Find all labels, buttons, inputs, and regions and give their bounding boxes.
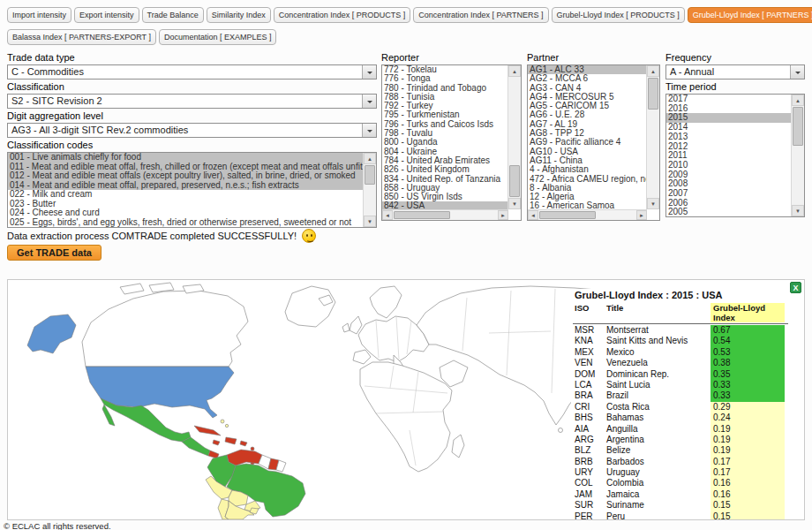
scroll-up-icon[interactable]: ▲: [364, 153, 376, 164]
map-country-usa[interactable]: [86, 367, 234, 418]
cell-country: Montserrat: [606, 325, 710, 336]
cell-country: Jamaica: [606, 489, 710, 500]
list-item[interactable]: 022 - Milk and cream: [8, 190, 363, 200]
scrollbar-thumb[interactable]: [793, 107, 803, 146]
scroll-up-icon[interactable]: ▲: [647, 65, 659, 77]
tab-documentation-examples[interactable]: Documentation [ EXAMPLES ]: [159, 29, 277, 45]
trade-data-type-select[interactable]: C - Commodities: [7, 64, 377, 80]
tab-concentration-index-partners[interactable]: Concentration Index [ PARTNERS ]: [413, 7, 548, 23]
partner-listbox[interactable]: AG1 - ALC 33AG2 - MCCA 6AG3 - CAN 4AG4 -…: [527, 64, 660, 221]
cell-iso: CRI: [573, 402, 606, 413]
time-period-label: Time period: [665, 82, 805, 92]
scroll-up-icon[interactable]: ▲: [508, 65, 521, 77]
list-item[interactable]: 2005: [666, 208, 791, 216]
map-arctic-islands: [120, 284, 144, 294]
classification-codes-listbox[interactable]: 001 - Live animals chiefly for food011 -…: [7, 152, 377, 228]
map-country-bahamas[interactable]: [225, 424, 228, 427]
list-item[interactable]: 16 - American Samoa: [528, 201, 646, 209]
cell-country: Dominican Rep.: [606, 369, 710, 380]
scroll-left-icon[interactable]: ◄: [528, 210, 538, 220]
cell-iso: JAM: [573, 489, 606, 500]
tab-import-intensity[interactable]: Import intensity: [7, 7, 71, 23]
tab-balassa-index-partners-export[interactable]: Balassa Index [ PARTNERS-EXPORT ]: [7, 29, 156, 45]
scroll-right-icon[interactable]: ►: [636, 210, 647, 220]
scrollbar-vertical[interactable]: ▲ ▼: [363, 153, 376, 227]
results-table-row: COLColombia0.16: [573, 478, 788, 488]
results-table-header: ISO Title Grubel-Lloyd Index: [573, 303, 788, 324]
cell-index-value: 0.19: [710, 445, 785, 456]
results-table-row: CRICosta Rica0.29: [573, 402, 788, 413]
map-country-alaska[interactable]: [27, 314, 76, 353]
scrollbar-vertical[interactable]: ▲ ▼: [646, 65, 659, 209]
scrollbar-horizontal[interactable]: ◄ ►: [382, 209, 508, 220]
tab-export-intensity[interactable]: Export intensity: [74, 7, 139, 23]
tab-concentration-index-products[interactable]: Concentration Index [ PRODUCTS ]: [274, 7, 411, 23]
list-item[interactable]: 012 - Meat and edible meat offals (excep…: [8, 171, 363, 181]
tab-grubel-lloyd-index-products[interactable]: Grubel-Lloyd Index [ PRODUCTS ]: [552, 7, 685, 23]
cell-country: Bahamas: [606, 413, 710, 423]
cell-index-value: 0.15: [710, 500, 785, 511]
cell-index-value: 0.53: [710, 347, 785, 358]
scrollbar-thumb[interactable]: [648, 78, 658, 110]
excel-export-icon[interactable]: X: [790, 282, 801, 293]
scroll-right-icon[interactable]: ►: [498, 210, 508, 220]
map-country-puerto-rico[interactable]: [240, 441, 247, 446]
scroll-up-icon[interactable]: ▲: [792, 95, 804, 106]
cell-index-value: 0.16: [710, 489, 785, 500]
map-country-bahamas[interactable]: [221, 420, 224, 423]
results-table-row: ARGArgentina0.19: [573, 435, 788, 445]
reporter-listbox[interactable]: 772 - Tokelau776 - Tonga780 - Trinidad a…: [381, 64, 522, 221]
map-arctic-islands: [149, 283, 174, 292]
list-item[interactable]: 842 - USA: [382, 201, 508, 209]
scroll-down-icon[interactable]: ▼: [792, 205, 804, 216]
scrollbar-thumb[interactable]: [394, 211, 450, 219]
cell-index-value: 0.35: [710, 369, 785, 380]
map-country-cuba[interactable]: [194, 426, 221, 435]
list-item[interactable]: 001 - Live animals chiefly for food: [8, 153, 363, 163]
scrollbar-vertical[interactable]: ▲ ▼: [508, 65, 521, 209]
cell-index-value: 0.29: [710, 402, 785, 413]
cell-country: Barbados: [606, 457, 710, 467]
list-item[interactable]: 024 - Cheese and curd: [8, 208, 363, 218]
scroll-down-icon[interactable]: ▼: [508, 198, 521, 209]
map-sri-lanka: [559, 428, 563, 433]
cell-country: Peru: [606, 511, 710, 520]
scrollbar-thumb[interactable]: [365, 165, 375, 185]
results-table-row: BRBBarbados0.17: [573, 457, 788, 467]
digit-aggregation-select[interactable]: AG3 - All 3-digit SITC Rev.2 commodities: [7, 123, 377, 138]
frequency-select[interactable]: A - Annual: [665, 64, 805, 80]
dropdown-arrow-icon: [362, 124, 376, 137]
map-country-hispaniola[interactable]: [225, 437, 237, 444]
get-trade-data-button[interactable]: Get TRADE data: [7, 245, 102, 261]
cell-iso: MEX: [573, 347, 606, 358]
map-lesser-antilles[interactable]: [251, 447, 254, 450]
cell-iso: PER: [573, 511, 606, 520]
list-item[interactable]: 2013: [666, 132, 791, 142]
tab-grubel-lloyd-index-partners[interactable]: Grubel-Lloyd Index [ PARTNERS ]: [688, 7, 812, 23]
map-country-jamaica[interactable]: [213, 440, 220, 445]
results-table-title: Grubel-Lloyd Index : 2015 : USA: [575, 290, 788, 300]
scroll-down-icon[interactable]: ▼: [364, 216, 376, 227]
tab-similarity-index[interactable]: Similarity Index: [207, 7, 271, 23]
cell-iso: LCA: [573, 380, 606, 390]
scroll-down-icon[interactable]: ▼: [647, 198, 659, 209]
frequency-label: Frequency: [665, 53, 805, 63]
time-period-listbox[interactable]: 2017201620152014201320122011201020092008…: [665, 94, 805, 217]
scrollbar-horizontal[interactable]: ◄ ►: [528, 209, 647, 220]
scrollbar-vertical[interactable]: ▲ ▼: [791, 95, 804, 216]
reporter-label: Reporter: [381, 53, 522, 63]
column-header-index: Grubel-Lloyd Index: [710, 303, 785, 322]
results-table-row: KNASaint Kitts and Nevis0.54: [573, 336, 788, 346]
cell-country: Suriname: [606, 500, 710, 511]
cell-iso: ARG: [573, 435, 606, 445]
scroll-left-icon[interactable]: ◄: [382, 210, 393, 220]
scrollbar-thumb[interactable]: [509, 165, 520, 197]
scrollbar-thumb[interactable]: [539, 211, 596, 219]
map-scandinavia: [370, 286, 402, 318]
tab-trade-balance[interactable]: Trade Balance: [142, 7, 204, 23]
map-country-venezuela[interactable]: [227, 450, 262, 466]
classification-select[interactable]: S2 - SITC Revision 2: [7, 94, 377, 109]
list-item[interactable]: 025 - Eggs, birds', and egg yolks, fresh…: [8, 218, 363, 228]
map-central-america[interactable]: [182, 437, 210, 456]
trade-data-type-label: Trade data type: [7, 53, 377, 63]
